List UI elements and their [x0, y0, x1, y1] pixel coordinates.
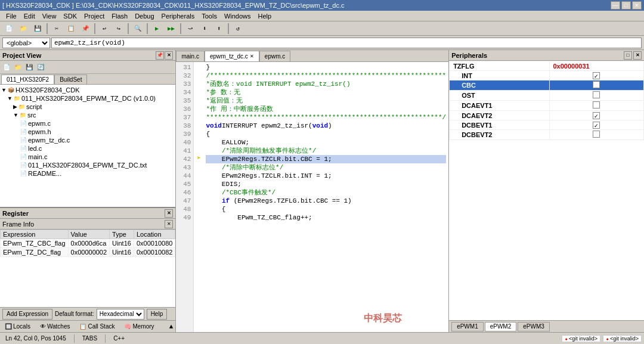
dcbevt1-checkbox[interactable] [593, 122, 600, 129]
menu-tools[interactable]: Tools [198, 11, 221, 21]
ost-checkbox[interactable] [593, 91, 600, 98]
menu-debug[interactable]: Debug [131, 11, 157, 21]
line-num-35: 35 [176, 97, 193, 105]
peri-check-int[interactable] [549, 71, 644, 80]
help-button[interactable]: Help [147, 309, 168, 320]
menu-project[interactable]: Project [80, 11, 108, 21]
tree-item-epwm-c[interactable]: 📄 epwm.c [1, 119, 174, 128]
arrow-48 [194, 204, 203, 212]
tree-item-txt[interactable]: 📄 011_HXS320F28034_EPWM_TZ_DC.txt [1, 161, 174, 169]
peri-tab-epwm3[interactable]: ePWM3 [518, 322, 550, 331]
peri-row-ost: OST [450, 91, 644, 101]
peri-tab-epwm2[interactable]: ePWM2 [485, 322, 517, 331]
menu-peripherals[interactable]: Peripherals [158, 11, 199, 21]
status-lang: C++ [110, 334, 128, 342]
code-line-40: EALLOW; [206, 138, 446, 147]
register-close[interactable]: ✕ [165, 209, 173, 218]
scope-select[interactable]: <global> [2, 38, 50, 48]
tree-item-src[interactable]: ▼📁 src [1, 111, 174, 119]
peri-check-ost[interactable] [549, 91, 644, 101]
debug-run-btn[interactable]: ▶▶ [165, 23, 178, 35]
build-btn[interactable]: ▶ [150, 23, 163, 35]
watermark-text: 中科昊芯 [364, 313, 402, 323]
peri-check-dcbevt2[interactable] [549, 130, 644, 140]
dcaevt2-checkbox[interactable] [593, 112, 600, 119]
menu-windows[interactable]: Windows [221, 11, 255, 21]
tab-locals[interactable]: 🔲 Locals [2, 323, 33, 330]
open-btn[interactable]: 📁 [17, 23, 30, 35]
dcbevt2-checkbox[interactable] [593, 131, 600, 138]
step-into-btn[interactable]: ⬇ [198, 23, 211, 35]
peri-tab-epwm1[interactable]: ePWM1 [451, 322, 484, 331]
code-line-32: /***************************************… [206, 72, 446, 80]
redo-btn[interactable]: ↪ [112, 23, 125, 35]
tree-item-led-c[interactable]: 📄 led.c [1, 144, 174, 153]
code-line-36: *作 用：中断服务函数 [206, 105, 446, 113]
dcaevt1-checkbox[interactable] [593, 101, 600, 109]
format-select[interactable]: Hexadecimal [97, 309, 144, 320]
step-out-btn[interactable]: ⬆ [212, 23, 225, 35]
peri-check-dcbevt1[interactable] [549, 120, 644, 130]
menu-bar: File Edit View SDK Project Flash Debug P… [0, 11, 644, 21]
undo-btn[interactable]: ↩ [98, 23, 111, 35]
scope-toolbar: <global> epwm2_tz_isr(void) [0, 36, 644, 50]
tree-item-main-c[interactable]: 📄 main.c [1, 153, 174, 161]
tab-memory[interactable]: 🧠 Memory [122, 323, 156, 330]
code-line-48: { [206, 205, 446, 213]
tab-call-stack[interactable]: 📋 Call Stack [77, 323, 117, 330]
close-button[interactable]: ✕ [632, 1, 642, 10]
menu-view[interactable]: View [39, 11, 60, 21]
tree-item-epwm-h[interactable]: 📄 epwm.h [1, 128, 174, 136]
menu-sdk[interactable]: SDK [60, 11, 80, 21]
peri-check-dcaevt1[interactable] [549, 101, 644, 111]
tree-item-epwm-tz-dc[interactable]: 📄 epwm_tz_dc.c [1, 136, 174, 144]
code-line-44: EPwm2Regs.TZCLR.bit.INT = 1; [206, 172, 446, 180]
menu-edit[interactable]: Edit [20, 11, 39, 21]
maximize-button[interactable]: □ [621, 1, 631, 10]
code-tab-epwm-tz-dc[interactable]: epwm_tz_dc.c ✕ [205, 51, 259, 61]
peri-close-btn[interactable]: ✕ [633, 51, 642, 60]
tab-close-icon[interactable]: ✕ [250, 54, 254, 59]
cut-btn[interactable]: ✂ [50, 23, 63, 35]
proj-save-btn[interactable]: 💾 [24, 62, 35, 73]
peri-name-dcaevt2: DCAEVT2 [450, 111, 549, 120]
tab-watches[interactable]: 👁 Watches [38, 323, 73, 330]
table-row: EPwm_TZ_CBC_flag 0x0000d6ca Uint16 0x000… [1, 239, 175, 248]
tree-item-root[interactable]: ▼📦 HXS320F28034_CDK [1, 86, 174, 94]
arrow-44 [194, 171, 203, 179]
project-view-pin[interactable]: 📌 [156, 51, 164, 60]
code-tab-epwm[interactable]: epwm.c [259, 51, 290, 61]
new-file-btn[interactable]: 📄 [2, 23, 16, 35]
save-btn[interactable]: 💾 [31, 23, 44, 35]
debug-arrow-icon: ➤ [197, 154, 201, 163]
menu-flash[interactable]: Flash [108, 11, 131, 21]
step-over-btn[interactable]: ⤻ [184, 23, 197, 35]
peri-check-cbc[interactable] [549, 80, 644, 91]
search-btn[interactable]: 🔍 [131, 23, 144, 35]
peri-float-btn[interactable]: □ [624, 51, 632, 60]
type-2: Uint16 [110, 248, 134, 257]
expand-btn[interactable]: ▲ [169, 323, 174, 330]
project-tab-proj[interactable]: 011_HXS320F2 [1, 75, 54, 84]
int-checkbox[interactable] [593, 72, 600, 79]
project-tab-build[interactable]: BuildSet [54, 75, 87, 84]
cbc-checkbox[interactable] [593, 81, 600, 88]
reset-btn[interactable]: ↺ [231, 23, 244, 35]
peri-check-dcaevt2[interactable] [549, 111, 644, 120]
tree-item-script[interactable]: ▶📁 script [1, 103, 174, 111]
project-view-close[interactable]: ✕ [165, 51, 173, 60]
tree-item-project[interactable]: ▼📁 011_HXS320F28034_EPWM_TZ_DC (v1.0.0) [1, 94, 174, 103]
code-tab-main[interactable]: main.c [176, 51, 204, 61]
menu-file[interactable]: File [2, 11, 20, 21]
proj-new-btn[interactable]: 📄 [1, 62, 12, 73]
paste-btn[interactable]: 📌 [79, 23, 92, 35]
frame-close-btn[interactable]: ✕ [165, 220, 173, 228]
menu-help[interactable]: Help [255, 11, 275, 21]
minimize-button[interactable]: — [611, 1, 620, 10]
proj-refresh-btn[interactable]: 🔄 [35, 62, 46, 73]
tree-item-readme[interactable]: 📄 README... [1, 169, 174, 178]
proj-open-btn[interactable]: 📁 [13, 62, 23, 73]
copy-btn[interactable]: 📋 [64, 23, 78, 35]
add-expression-button[interactable]: Add Expression [2, 309, 52, 320]
line-num-37: 37 [176, 113, 193, 122]
